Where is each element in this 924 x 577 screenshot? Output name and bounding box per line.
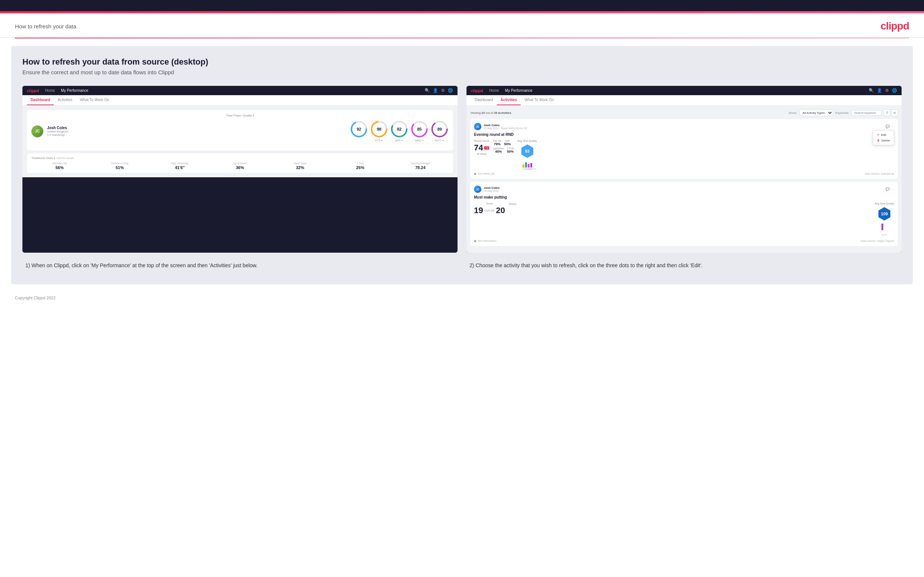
metric-total-value: 92 <box>357 127 361 131</box>
metric-putt: 89 PUTT ✏ <box>431 120 449 142</box>
tab-dashboard-1[interactable]: Dashboard <box>27 95 54 105</box>
instruction-text-1: 1) When on Clippd, click on 'My Performa… <box>26 262 454 269</box>
player-card: Total Player Quality ℹ JC Josh Coles Uni… <box>27 110 453 150</box>
settings-icon-2[interactable]: ⚙ <box>885 88 889 93</box>
gir-label: GIR <box>504 140 511 142</box>
asq-label-2: Avg Shot Quality <box>875 202 894 205</box>
nav-link-home-2[interactable]: Home <box>489 89 499 93</box>
player-top: JC Josh Coles United Kingdom 1.5 Handica… <box>31 120 449 142</box>
delete-icon: 🗑 <box>877 139 880 142</box>
tab-what-to-work-on-1[interactable]: What To Work On <box>76 95 113 105</box>
trad-sa-label: Scoring Average <box>392 162 449 164</box>
trad-stat-ss: Sand Save 32% <box>272 162 328 170</box>
bar-label-arg: ARG <box>528 168 530 170</box>
circle-app: 82 <box>390 120 408 138</box>
trad-fw-label: Fairways Hit <box>31 162 88 164</box>
one-putt: 1 Putt 50% <box>507 147 514 153</box>
activities-header-row: Viewing 24 out of 35 Activities Show: Al… <box>470 110 898 116</box>
delete-label: Delete <box>881 139 890 142</box>
metric-ott-label: OTT ✏ <box>375 139 383 142</box>
grid-view-btn[interactable]: ⊞ <box>891 110 898 116</box>
data-source-dot-2 <box>474 240 476 242</box>
edit-icon: ✏ <box>877 133 880 137</box>
edit-delete-menu: ✏ Edit 🗑 Delete <box>873 130 894 145</box>
metric-arg-value: 85 <box>417 127 422 131</box>
screenshot-1: clippd Home My Performance 🔍 👤 ⚙ 🌐 Dashb… <box>23 86 457 253</box>
comment-icon-2[interactable]: 💬 <box>885 187 890 191</box>
activities-body: Viewing 24 out of 35 Activities Show: Al… <box>467 106 901 253</box>
nav-link-home-1[interactable]: Home <box>45 89 55 93</box>
tab-activities-1[interactable]: Activities <box>54 95 76 105</box>
bar-ott <box>522 164 524 168</box>
screenshot-2: clippd Home My Performance 🔍 👤 ⚙ 🌐 Dashb… <box>467 86 901 253</box>
round-score-section: Round Score 74 +2 18 Holes <box>474 140 489 155</box>
circle-total: 92 <box>350 120 368 138</box>
user-icon-1[interactable]: 👤 <box>433 88 438 93</box>
user-info-1: Josh Coles 31 May 2022 · Royal North Dev… <box>484 124 883 129</box>
top-bar <box>0 0 924 11</box>
tab-activities-2[interactable]: Activities <box>497 95 521 105</box>
trad-1p-value: 25% <box>332 165 388 170</box>
bar-putt-2 <box>881 224 883 230</box>
app-nav-1: clippd Home My Performance 🔍 👤 ⚙ 🌐 <box>23 86 457 95</box>
instructions-row: 1) When on Clippd, click on 'My Performa… <box>23 262 901 269</box>
app-nav-icons-1: 🔍 👤 ⚙ 🌐 <box>425 88 453 93</box>
circle-ott: 98 <box>370 120 388 138</box>
metric-ott-value: 98 <box>377 127 381 131</box>
show-select[interactable]: All Activity Types <box>799 110 833 116</box>
bar-arg <box>528 164 530 168</box>
trad-ss-value: 32% <box>272 165 328 170</box>
user-icon-2[interactable]: 👤 <box>877 88 882 93</box>
more-icon-2[interactable]: ··· <box>891 187 894 191</box>
fw-gir-row-2: Up/Down 45% 1 Putt 50% <box>493 147 514 153</box>
metrics-row: 92 98 <box>350 120 449 142</box>
tab-what-to-work-on-2[interactable]: What To Work On <box>521 95 557 105</box>
nav-link-performance-2[interactable]: My Performance <box>505 89 532 93</box>
header-title: How to refresh your data <box>15 23 76 29</box>
fw-hit-value: 79% <box>493 142 501 146</box>
tab-dashboard-2[interactable]: Dashboard <box>471 95 497 105</box>
more-icon-1[interactable]: ··· <box>891 125 894 128</box>
round-score-value: 74 <box>474 143 483 153</box>
nav-link-performance-1[interactable]: My Performance <box>61 89 88 93</box>
user-avatar-2: JC <box>474 185 481 193</box>
player-name: Josh Coles <box>47 126 346 130</box>
settings-icon-1[interactable]: ⚙ <box>441 88 445 93</box>
metric-arg: 85 ARG ✏ <box>410 120 428 142</box>
activity-card-2: JC Josh Coles 29 May 2022 💬 ··· Must mak… <box>470 182 898 246</box>
bar-label-ott: OTT <box>522 168 524 170</box>
activity-icons-right-2: 💬 ··· <box>885 187 894 191</box>
trad-stat-gir: Greens In Reg 51% <box>92 162 148 170</box>
out-of-label: OUT OF <box>485 210 494 212</box>
trad-ss-label: Sand Save <box>272 162 328 164</box>
circle-arg: 85 <box>410 120 428 138</box>
trad-sa-value: 78.24 <box>392 165 449 170</box>
globe-icon-1[interactable]: 🌐 <box>448 88 453 93</box>
metric-app-label: APP ✏ <box>395 139 403 142</box>
one-putt-value: 50% <box>507 150 514 153</box>
app-tabs-1: Dashboard Activities What To Work On <box>23 95 457 106</box>
user-name-2: Josh Coles <box>484 186 883 190</box>
footer: Copyright Clippd 2022 <box>0 292 924 304</box>
search-icon-2[interactable]: 🔍 <box>869 88 874 93</box>
data-source-text-1: Tee: White (M) <box>478 172 495 175</box>
search-icon-1[interactable]: 🔍 <box>425 88 430 93</box>
comment-icon-1[interactable]: 💬 <box>885 125 890 128</box>
clippd-logo: clippd <box>881 20 909 32</box>
trad-stat-1p: 1 Putt 25% <box>332 162 388 170</box>
divider <box>15 38 909 39</box>
globe-icon-2[interactable]: 🌐 <box>892 88 897 93</box>
delete-menu-item[interactable]: 🗑 Delete <box>875 138 892 143</box>
instruction-text-2: 2) Choose the activity that you wish to … <box>470 262 898 269</box>
shots-label-section: Shots <box>509 202 871 206</box>
app-tabs-2: Dashboard Activities What To Work On <box>467 95 901 106</box>
fw-gir-row-1: FW Hit 79% GIR 50% <box>493 140 514 146</box>
up-down-label: Up/Down <box>493 147 504 150</box>
gir-value: 50% <box>504 142 511 146</box>
list-view-btn[interactable]: ☰ <box>884 110 890 116</box>
bar-labels-2: PUTT <box>881 230 887 237</box>
trad-stat-sa: Scoring Average 78.24 <box>392 162 449 170</box>
keywords-input[interactable] <box>851 110 881 116</box>
edit-menu-item[interactable]: ✏ Edit <box>875 132 892 138</box>
activity-stats-row-2: Score 19 OUT OF 20 Shots Avg Shot Qualit… <box>474 202 894 237</box>
